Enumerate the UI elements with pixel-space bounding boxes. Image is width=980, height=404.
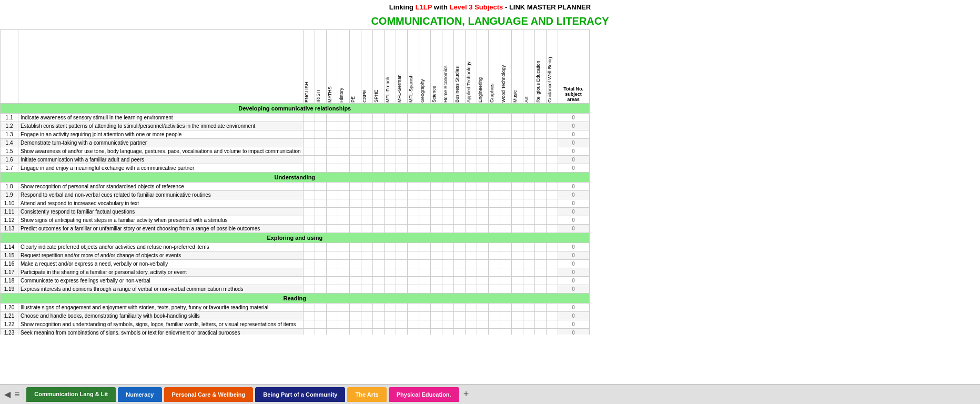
subject-cell-1[interactable] xyxy=(315,164,326,173)
subject-cell-17[interactable] xyxy=(500,251,511,260)
subject-cell-2[interactable] xyxy=(326,251,338,260)
subject-cell-4[interactable] xyxy=(349,312,361,320)
subject-cell-17[interactable] xyxy=(500,320,511,329)
subject-cell-0[interactable] xyxy=(303,268,315,277)
subject-cell-0[interactable] xyxy=(303,139,315,147)
subject-cell-13[interactable] xyxy=(453,304,465,312)
subject-cell-7[interactable] xyxy=(384,156,396,164)
subject-cell-16[interactable] xyxy=(488,251,500,260)
subject-cell-19[interactable] xyxy=(523,285,534,294)
subject-cell-5[interactable] xyxy=(361,208,372,216)
subject-cell-15[interactable] xyxy=(477,260,488,268)
subject-cell-8[interactable] xyxy=(396,114,407,122)
subject-cell-21[interactable] xyxy=(546,147,558,156)
subject-cell-2[interactable] xyxy=(326,320,338,329)
subject-cell-17[interactable] xyxy=(500,216,511,225)
subject-cell-12[interactable] xyxy=(442,147,453,156)
subject-cell-20[interactable] xyxy=(534,268,546,277)
subject-cell-19[interactable] xyxy=(523,147,534,156)
subject-cell-15[interactable] xyxy=(477,312,488,320)
tab-comm[interactable]: Communication Lang & Lit xyxy=(26,387,116,402)
subject-cell-19[interactable] xyxy=(523,251,534,260)
subject-cell-4[interactable] xyxy=(349,277,361,285)
subject-cell-11[interactable] xyxy=(430,312,442,320)
subject-cell-9[interactable] xyxy=(407,216,419,225)
subject-cell-16[interactable] xyxy=(488,329,500,335)
subject-cell-12[interactable] xyxy=(442,320,453,329)
subject-cell-20[interactable] xyxy=(534,225,546,233)
subject-cell-19[interactable] xyxy=(523,130,534,139)
subject-cell-11[interactable] xyxy=(430,225,442,233)
subject-cell-12[interactable] xyxy=(442,156,453,164)
subject-cell-4[interactable] xyxy=(349,156,361,164)
subject-cell-16[interactable] xyxy=(488,122,500,130)
subject-cell-5[interactable] xyxy=(361,122,372,130)
subject-cell-1[interactable] xyxy=(315,260,326,268)
nav-menu-icon[interactable]: ≡ xyxy=(13,390,22,399)
subject-cell-15[interactable] xyxy=(477,320,488,329)
subject-cell-16[interactable] xyxy=(488,225,500,233)
subject-cell-3[interactable] xyxy=(338,225,349,233)
subject-cell-2[interactable] xyxy=(326,164,338,173)
subject-cell-21[interactable] xyxy=(546,156,558,164)
subject-cell-12[interactable] xyxy=(442,251,453,260)
subject-cell-10[interactable] xyxy=(419,304,430,312)
subject-cell-0[interactable] xyxy=(303,304,315,312)
subject-cell-10[interactable] xyxy=(419,320,430,329)
subject-cell-3[interactable] xyxy=(338,285,349,294)
subject-cell-20[interactable] xyxy=(534,285,546,294)
subject-cell-14[interactable] xyxy=(465,285,477,294)
subject-cell-2[interactable] xyxy=(326,139,338,147)
subject-cell-15[interactable] xyxy=(477,199,488,208)
subject-cell-18[interactable] xyxy=(511,304,523,312)
subject-cell-8[interactable] xyxy=(396,216,407,225)
subject-cell-2[interactable] xyxy=(326,216,338,225)
subject-cell-20[interactable] xyxy=(534,139,546,147)
subject-cell-20[interactable] xyxy=(534,208,546,216)
subject-cell-10[interactable] xyxy=(419,268,430,277)
subject-cell-2[interactable] xyxy=(326,208,338,216)
subject-cell-6[interactable] xyxy=(372,304,384,312)
subject-cell-10[interactable] xyxy=(419,285,430,294)
subject-cell-15[interactable] xyxy=(477,216,488,225)
subject-cell-4[interactable] xyxy=(349,285,361,294)
subject-cell-17[interactable] xyxy=(500,164,511,173)
subject-cell-19[interactable] xyxy=(523,329,534,335)
subject-cell-7[interactable] xyxy=(384,277,396,285)
subject-cell-1[interactable] xyxy=(315,147,326,156)
subject-cell-2[interactable] xyxy=(326,329,338,335)
subject-cell-6[interactable] xyxy=(372,139,384,147)
subject-cell-6[interactable] xyxy=(372,156,384,164)
subject-cell-7[interactable] xyxy=(384,320,396,329)
subject-cell-16[interactable] xyxy=(488,320,500,329)
subject-cell-5[interactable] xyxy=(361,199,372,208)
subject-cell-5[interactable] xyxy=(361,304,372,312)
subject-cell-10[interactable] xyxy=(419,156,430,164)
subject-cell-6[interactable] xyxy=(372,208,384,216)
subject-cell-3[interactable] xyxy=(338,260,349,268)
subject-cell-0[interactable] xyxy=(303,260,315,268)
subject-cell-3[interactable] xyxy=(338,199,349,208)
subject-cell-18[interactable] xyxy=(511,191,523,199)
subject-cell-21[interactable] xyxy=(546,251,558,260)
subject-cell-9[interactable] xyxy=(407,156,419,164)
subject-cell-4[interactable] xyxy=(349,114,361,122)
subject-cell-4[interactable] xyxy=(349,304,361,312)
subject-cell-19[interactable] xyxy=(523,164,534,173)
tab-pe[interactable]: Physical Education. xyxy=(389,387,459,402)
subject-cell-2[interactable] xyxy=(326,260,338,268)
subject-cell-1[interactable] xyxy=(315,208,326,216)
subject-cell-4[interactable] xyxy=(349,216,361,225)
subject-cell-14[interactable] xyxy=(465,277,477,285)
subject-cell-8[interactable] xyxy=(396,243,407,251)
subject-cell-18[interactable] xyxy=(511,260,523,268)
subject-cell-4[interactable] xyxy=(349,183,361,191)
subject-cell-21[interactable] xyxy=(546,139,558,147)
subject-cell-2[interactable] xyxy=(326,243,338,251)
subject-cell-1[interactable] xyxy=(315,114,326,122)
subject-cell-3[interactable] xyxy=(338,122,349,130)
subject-cell-3[interactable] xyxy=(338,304,349,312)
subject-cell-21[interactable] xyxy=(546,225,558,233)
subject-cell-11[interactable] xyxy=(430,139,442,147)
subject-cell-10[interactable] xyxy=(419,216,430,225)
